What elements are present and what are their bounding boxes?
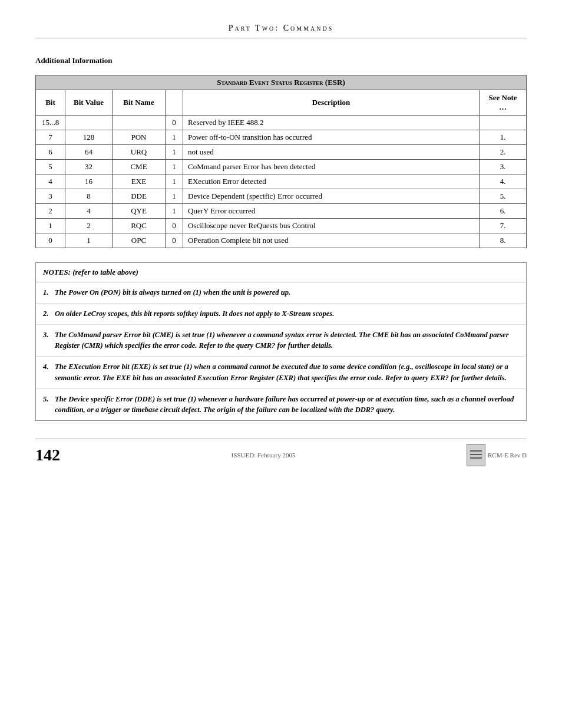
footer-doc-ref: RCM-E Rev D — [488, 452, 527, 459]
cell-bit: 2 — [36, 204, 65, 219]
section-title: Additional Information — [35, 56, 527, 65]
cell-bitname: QYE — [113, 204, 166, 219]
table-row: 0 1 OPC 0 OPeration Complete bit not use… — [36, 233, 527, 248]
note-number: 4. — [43, 361, 55, 373]
cell-bitval: 8 — [65, 189, 113, 204]
note-text: The EXecution Error bit (EXE) is set tru… — [55, 361, 517, 384]
note-text: The CoMmand parser Error bit (CME) is se… — [55, 330, 517, 352]
cell-bit: 4 — [36, 174, 65, 189]
note-item: 1.The Power On (PON) bit is always turne… — [36, 282, 526, 304]
page-footer: 142 ISSUED: February 2005 RCM-E Rev D — [35, 439, 527, 466]
esr-table: Standard Event Status Register (ESR) Bit… — [35, 75, 527, 248]
cell-bitname: EXE — [113, 174, 166, 189]
cell-indicator: 1 — [166, 145, 183, 160]
document-icon — [467, 444, 485, 466]
note-text: The Power On (PON) bit is always turned … — [55, 287, 517, 298]
cell-bitval: 64 — [65, 145, 113, 160]
header-text: Part Two: Commands — [229, 24, 334, 32]
footer-issued: ISSUED: February 2005 — [232, 452, 296, 459]
cell-desc: Device Dependent (specific) Error occurr… — [183, 189, 480, 204]
cell-note: 2. — [480, 145, 527, 160]
cell-indicator: 1 — [166, 204, 183, 219]
cell-bit: 1 — [36, 219, 65, 233]
cell-bitval: 32 — [65, 160, 113, 174]
cell-note: 7. — [480, 219, 527, 233]
cell-bit: 3 — [36, 189, 65, 204]
note-number: 3. — [43, 330, 55, 341]
cell-note: 1. — [480, 130, 527, 145]
table-row: 6 64 URQ 1 not used 2. — [36, 145, 527, 160]
note-text: On older LeCroy scopes, this bit reports… — [55, 308, 517, 319]
table-row: 4 16 EXE 1 EXecution Error detected 4. — [36, 174, 527, 189]
note-item: 2.On older LeCroy scopes, this bit repor… — [36, 304, 526, 325]
notes-box: NOTES: (refer to table above) 1.The Powe… — [35, 262, 527, 421]
cell-bitname: CME — [113, 160, 166, 174]
note-number: 5. — [43, 394, 55, 405]
table-row: 2 4 QYE 1 QuerY Error occurred 6. — [36, 204, 527, 219]
cell-bit: 15...8 — [36, 116, 65, 130]
cell-note: 8. — [480, 233, 527, 248]
note-number: 2. — [43, 308, 55, 319]
cell-desc: Power off-to-ON transition has occurred — [183, 130, 480, 145]
cell-bitval: 2 — [65, 219, 113, 233]
cell-indicator: 0 — [166, 116, 183, 130]
cell-bitval: 4 — [65, 204, 113, 219]
cell-bitname: OPC — [113, 233, 166, 248]
col-header-bit: Bit — [36, 90, 65, 116]
cell-bitname: DDE — [113, 189, 166, 204]
col-header-desc: Description — [183, 90, 480, 116]
note-item: 3.The CoMmand parser Error bit (CME) is … — [36, 325, 526, 357]
cell-bitval: 128 — [65, 130, 113, 145]
cell-desc: Oscilloscope never ReQuests bus Control — [183, 219, 480, 233]
table-caption: Standard Event Status Register (ESR) — [36, 75, 527, 90]
cell-bitval: 1 — [65, 233, 113, 248]
cell-note: 3. — [480, 160, 527, 174]
table-row: 15...8 0 Reserved by IEEE 488.2 — [36, 116, 527, 130]
cell-indicator: 0 — [166, 233, 183, 248]
cell-note: 6. — [480, 204, 527, 219]
cell-note — [480, 116, 527, 130]
cell-bit: 6 — [36, 145, 65, 160]
table-row: 7 128 PON 1 Power off-to-ON transition h… — [36, 130, 527, 145]
cell-desc: Reserved by IEEE 488.2 — [183, 116, 480, 130]
cell-bitname: RQC — [113, 219, 166, 233]
cell-note: 4. — [480, 174, 527, 189]
table-row: 3 8 DDE 1 Device Dependent (specific) Er… — [36, 189, 527, 204]
cell-indicator: 0 — [166, 219, 183, 233]
cell-note: 5. — [480, 189, 527, 204]
table-header-row: Bit Bit Value Bit Name Description See N… — [36, 90, 527, 116]
cell-indicator: 1 — [166, 189, 183, 204]
col-header-bitname: Bit Name — [113, 90, 166, 116]
col-header-bitval: Bit Value — [65, 90, 113, 116]
table-caption-row: Standard Event Status Register (ESR) — [36, 75, 527, 90]
cell-bitname — [113, 116, 166, 130]
note-text: The Device specific Error (DDE) is set t… — [55, 394, 517, 416]
cell-bitname: URQ — [113, 145, 166, 160]
note-item: 5.The Device specific Error (DDE) is set… — [36, 389, 526, 421]
cell-bit: 7 — [36, 130, 65, 145]
cell-desc: QuerY Error occurred — [183, 204, 480, 219]
page-header: Part Two: Commands — [35, 24, 527, 38]
footer-right: RCM-E Rev D — [467, 444, 527, 466]
cell-indicator: 1 — [166, 174, 183, 189]
cell-desc: EXecution Error detected — [183, 174, 480, 189]
cell-indicator: 1 — [166, 130, 183, 145]
cell-bitname: PON — [113, 130, 166, 145]
cell-bit: 0 — [36, 233, 65, 248]
col-header-note: See Note … — [480, 90, 527, 116]
cell-bit: 5 — [36, 160, 65, 174]
note-item: 4.The EXecution Error bit (EXE) is set t… — [36, 357, 526, 389]
cell-bitval: 16 — [65, 174, 113, 189]
note-number: 1. — [43, 287, 55, 298]
table-row: 1 2 RQC 0 Oscilloscope never ReQuests bu… — [36, 219, 527, 233]
page-number: 142 — [35, 446, 60, 465]
col-header-indicator — [166, 90, 183, 116]
cell-desc: CoMmand parser Error has been detected — [183, 160, 480, 174]
cell-desc: OPeration Complete bit not used — [183, 233, 480, 248]
table-row: 5 32 CME 1 CoMmand parser Error has been… — [36, 160, 527, 174]
cell-bitval — [65, 116, 113, 130]
notes-title: NOTES: (refer to table above) — [36, 263, 526, 282]
cell-desc: not used — [183, 145, 480, 160]
cell-indicator: 1 — [166, 160, 183, 174]
